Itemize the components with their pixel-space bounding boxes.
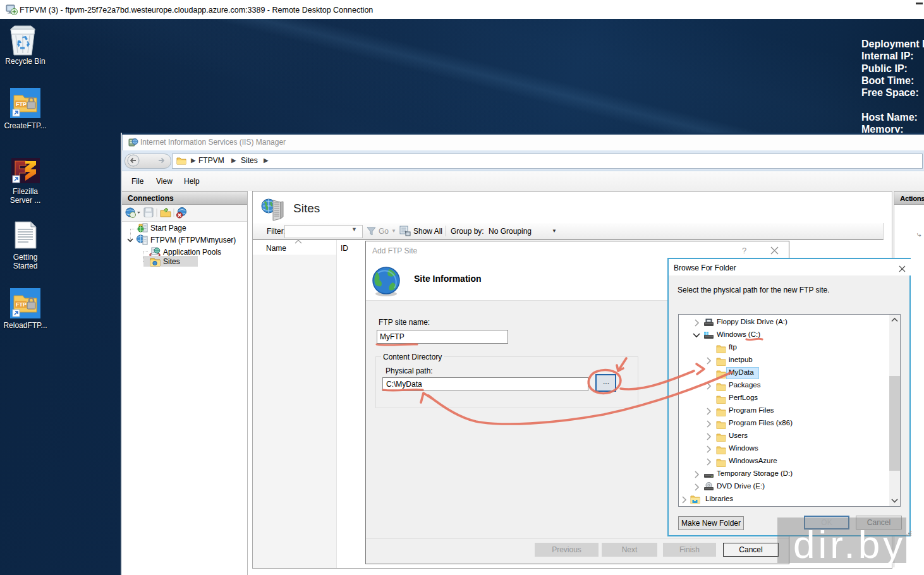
svg-text:FTP: FTP (16, 301, 27, 308)
svg-text:FTP: FTP (16, 101, 27, 107)
